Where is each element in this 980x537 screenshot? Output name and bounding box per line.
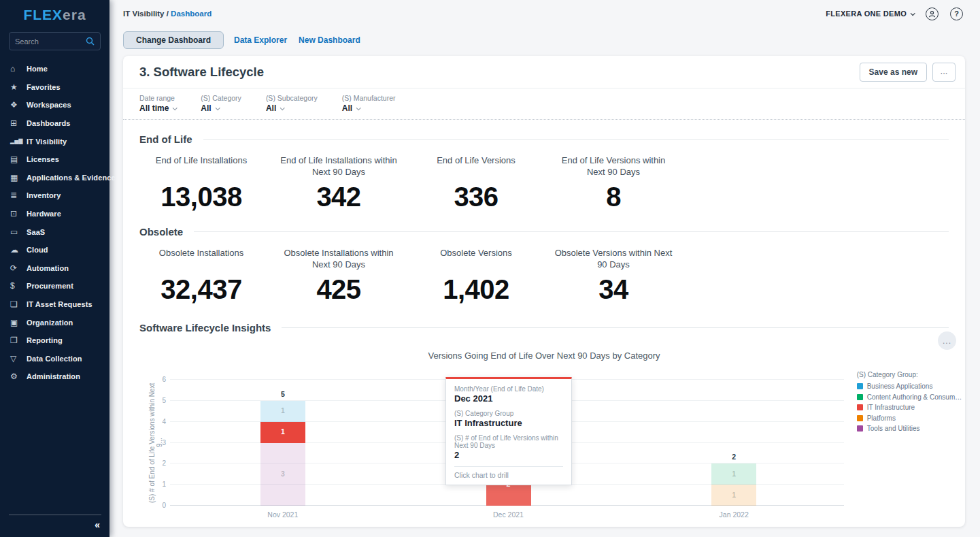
legend-item[interactable]: Tools and Utilities xyxy=(857,425,965,432)
legend-item[interactable]: Platforms xyxy=(857,414,965,422)
search-icon[interactable] xyxy=(86,37,95,46)
licenses-icon: ▤ xyxy=(10,154,27,164)
sidebar-item-inventory[interactable]: ≣Inventory xyxy=(0,186,109,205)
dashboard-more-button[interactable]: ... xyxy=(932,63,956,82)
kpi-card: End of Life Installations13,038 xyxy=(133,155,270,212)
bar-total-label: 2 xyxy=(711,453,756,461)
sidebar-item-hardware[interactable]: ⊡Hardware xyxy=(0,205,109,223)
sidebar: FLEXera ⌂Home★Favorites❖Workspaces⊞Dashb… xyxy=(0,0,109,537)
sidebar-item-procurement[interactable]: $Procurement xyxy=(0,277,109,295)
sidebar-item-dashboards[interactable]: ⊞Dashboards xyxy=(0,114,109,133)
legend-label: Platforms xyxy=(867,414,896,422)
kpi-card: Obsolete Versions within Next 90 Days34 xyxy=(545,248,682,305)
main-content: IT Visibility / Dashboard FLEXERA ONE DE… xyxy=(109,0,980,537)
bar-segment[interactable]: 1 xyxy=(260,422,305,443)
title-actions: Save as new ... xyxy=(860,63,956,82)
legend-item[interactable]: IT Infrastructure xyxy=(857,404,965,411)
sidebar-item-saas[interactable]: ▭SaaS xyxy=(0,223,109,241)
chart-area: (S) # of End of Life Versions within Nex… xyxy=(123,380,965,506)
filter-label: Date range xyxy=(139,94,176,102)
legend-item[interactable]: Content Authoring & Consum… xyxy=(857,393,965,401)
section-heading-row: Obsolete xyxy=(123,226,965,238)
legend-label: Tools and Utilities xyxy=(867,425,920,432)
kpi-card: Obsolete Versions1,402 xyxy=(407,248,545,305)
sidebar-item-label: Hardware xyxy=(27,210,61,218)
sidebar-item-administration[interactable]: ⚙Administration xyxy=(0,368,109,386)
bar-segment[interactable]: 1 xyxy=(711,485,756,506)
sidebar-item-organization[interactable]: ▣Organization xyxy=(0,313,109,331)
kpi-card: End of Life Versions within Next 90 Days… xyxy=(545,155,682,212)
sidebar-item-licenses[interactable]: ▤Licenses xyxy=(0,150,109,169)
help-icon[interactable]: ? xyxy=(950,7,963,20)
chart-more-button[interactable]: ... xyxy=(938,331,956,350)
sidebar-item-reporting[interactable]: ❐Reporting xyxy=(0,331,109,350)
procurement-icon: $ xyxy=(10,281,27,291)
sidebar-item-automation[interactable]: ⟳Automation xyxy=(0,259,109,278)
y-tick-label: 6 xyxy=(151,376,166,383)
bar-segment-label: 1 xyxy=(711,491,756,499)
sidebar-item-workspaces[interactable]: ❖Workspaces xyxy=(0,96,109,114)
sidebar-footer: « xyxy=(9,515,101,537)
bar-segment[interactable]: 1 xyxy=(260,401,305,422)
breadcrumb-separator: / xyxy=(165,10,171,18)
change-dashboard-button[interactable]: Change Dashboard xyxy=(123,31,224,49)
tooltip-row-value: 2 xyxy=(454,450,563,460)
filter-value: All xyxy=(266,103,276,113)
filter-value-dropdown[interactable]: All xyxy=(342,103,396,113)
sidebar-item-favorites[interactable]: ★Favorites xyxy=(0,78,109,97)
section-divider xyxy=(203,139,949,140)
save-as-new-button[interactable]: Save as new xyxy=(860,63,927,82)
legend-swatch xyxy=(857,415,863,421)
kpi-label: End of Life Installations within Next 90… xyxy=(270,155,407,179)
kpi-sections: End of LifeEnd of Life Installations13,0… xyxy=(123,133,965,305)
legend-swatch xyxy=(857,383,863,389)
bar-segment-label: 3 xyxy=(260,470,305,478)
breadcrumb-current[interactable]: Dashboard xyxy=(171,10,212,18)
sidebar-item-home[interactable]: ⌂Home xyxy=(0,60,109,78)
sidebar-item-label: Data Collection xyxy=(27,355,82,363)
sidebar-item-label: Inventory xyxy=(27,191,61,199)
data-explorer-link[interactable]: Data Explorer xyxy=(233,35,288,45)
sidebar-search[interactable] xyxy=(9,32,101,50)
logo-gray-part: era xyxy=(63,7,86,22)
new-dashboard-link[interactable]: New Dashboard xyxy=(297,35,362,45)
search-input[interactable] xyxy=(15,37,86,46)
tooltip-divider xyxy=(454,466,563,467)
kpi-label: End of Life Versions within Next 90 Days xyxy=(545,155,682,179)
kpi-grid: End of Life Installations13,038End of Li… xyxy=(123,155,965,212)
account-menu[interactable]: FLEXERA ONE DEMO xyxy=(826,10,914,18)
filter-value-dropdown[interactable]: All time xyxy=(139,103,176,113)
bar-segment[interactable]: 1 xyxy=(711,463,756,485)
section-heading: Obsolete xyxy=(139,226,183,238)
applications-evidence-icon: ▦ xyxy=(10,173,27,182)
account-area: FLEXERA ONE DEMO ? xyxy=(826,7,963,20)
user-avatar-icon[interactable] xyxy=(926,7,939,20)
sidebar-collapse-icon[interactable]: « xyxy=(95,519,100,530)
kpi-value: 32,437 xyxy=(133,274,270,305)
sidebar-item-data-collection[interactable]: ▽Data Collection xyxy=(0,350,109,368)
page-title: 3. Software Lifecycle xyxy=(139,65,264,80)
sidebar-item-applications-evidence[interactable]: ▦Applications & Evidence xyxy=(0,169,109,187)
legend-item[interactable]: Business Applications xyxy=(857,383,965,390)
organization-icon: ▣ xyxy=(10,318,27,327)
x-tick-label: Jan 2022 xyxy=(700,510,768,519)
dashboard-title-row: 3. Software Lifecycle Save as new ... xyxy=(123,56,965,88)
filter-value-dropdown[interactable]: All xyxy=(201,103,241,113)
kpi-label: Obsolete Versions xyxy=(407,248,545,272)
flexera-logo: FLEXera xyxy=(0,0,109,23)
chevron-down-icon xyxy=(280,105,285,110)
sidebar-item-label: Home xyxy=(27,65,48,73)
bar-segment[interactable]: 3 xyxy=(260,443,305,506)
sidebar-item-cloud[interactable]: ☁Cloud xyxy=(0,241,109,259)
insights-heading: Software Lifecycle Insights xyxy=(139,322,271,333)
chevron-down-icon xyxy=(173,105,178,110)
y-tick-label: 2 xyxy=(151,459,166,467)
filter--s-subcategory: (S) SubcategoryAll xyxy=(266,94,318,113)
sidebar-item-it-visibility[interactable]: ▂▅▇IT Visibility xyxy=(0,132,109,150)
sidebar-item-it-asset-requests[interactable]: ❏IT Asset Requests xyxy=(0,295,109,314)
sidebar-item-label: Dashboards xyxy=(27,119,71,127)
kpi-value: 342 xyxy=(270,182,407,212)
kpi-card: End of Life Versions336 xyxy=(407,155,545,212)
filter-value-dropdown[interactable]: All xyxy=(266,103,318,113)
sidebar-item-label: Applications & Evidence xyxy=(27,174,116,182)
